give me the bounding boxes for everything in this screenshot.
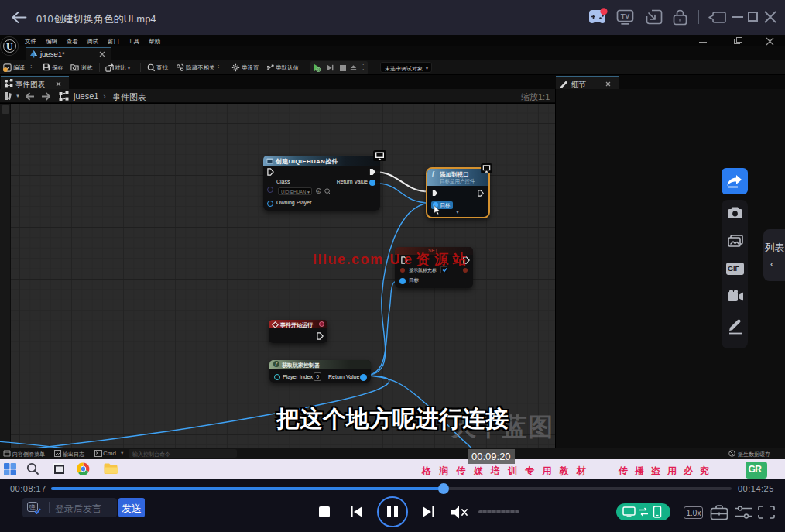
svg-text:TV: TV	[621, 12, 630, 20]
